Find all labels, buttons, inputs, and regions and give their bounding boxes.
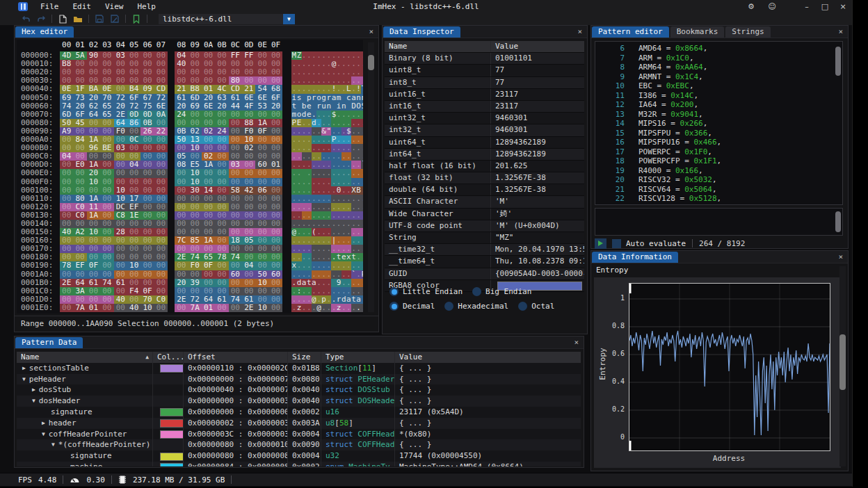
hex-byte[interactable]: 00	[87, 270, 100, 279]
inspector-row[interactable]: Wide Character'婍'	[385, 209, 584, 220]
hex-ascii-char[interactable]: .	[291, 136, 296, 144]
hex-ascii-char[interactable]: .	[346, 186, 351, 195]
hex-byte[interactable]: 20	[87, 169, 100, 177]
hex-ascii-char[interactable]: .	[346, 60, 351, 68]
maximize-button[interactable]: □	[816, 2, 834, 11]
hex-ascii-char[interactable]: .	[337, 68, 341, 76]
hex-ascii-char[interactable]: .	[356, 76, 361, 85]
hex-byte[interactable]: B8	[188, 85, 202, 93]
tree-toggle-icon[interactable]: ▶	[32, 384, 35, 396]
hex-ascii-char[interactable]: .	[316, 220, 321, 228]
hex-byte[interactable]: 00	[188, 270, 202, 279]
hex-ascii-char[interactable]: "	[326, 127, 331, 136]
hex-byte[interactable]: 00	[60, 186, 73, 195]
hex-ascii-char[interactable]: .	[307, 236, 312, 245]
hex-byte[interactable]: 20	[215, 102, 228, 111]
hex-ascii-char[interactable]: b	[302, 102, 307, 111]
hex-ascii-char[interactable]: d	[302, 111, 307, 119]
hex-ascii-char[interactable]: .	[307, 295, 312, 304]
pattern-data-row[interactable]: ▼coffHeaderPointer0x0000003C : 0x0000003…	[17, 429, 581, 440]
sort-ascending-icon[interactable]: ▲	[145, 352, 149, 363]
color-swatch[interactable]	[160, 430, 184, 439]
inspector-row[interactable]: float (32 bit)1.32567E-38	[385, 172, 584, 184]
hex-ascii-char[interactable]: .	[321, 186, 326, 195]
hex-byte[interactable]: 80	[73, 195, 86, 203]
hex-byte[interactable]: 65	[100, 102, 113, 111]
hex-ascii-char[interactable]: .	[331, 119, 336, 127]
hex-ascii-char[interactable]: .	[321, 236, 326, 245]
hex-ascii-char[interactable]: $	[331, 111, 336, 119]
hex-ascii-char[interactable]: .	[312, 253, 316, 261]
hex-ascii-char[interactable]: .	[356, 279, 361, 287]
hex-ascii-char[interactable]: .	[316, 161, 321, 169]
hex-ascii-char[interactable]: `	[351, 270, 356, 279]
hex-byte[interactable]: 00	[215, 169, 228, 177]
hex-ascii-char[interactable]: .	[337, 220, 341, 228]
hex-ascii-char[interactable]: .	[341, 287, 346, 295]
hex-ascii-char[interactable]: n	[326, 102, 331, 111]
hex-byte[interactable]: 00	[100, 270, 113, 279]
hex-ascii-char[interactable]: .	[361, 127, 363, 136]
hex-ascii-char[interactable]: .	[346, 203, 351, 211]
hex-ascii-char[interactable]: t	[307, 279, 312, 287]
hex-byte[interactable]: 20	[202, 94, 215, 102]
hex-ascii-char[interactable]: .	[326, 228, 331, 236]
close-icon[interactable]: ×	[572, 26, 587, 38]
hex-ascii-char[interactable]: .	[326, 68, 331, 76]
hex-ascii-char[interactable]: .	[296, 211, 301, 220]
hex-byte[interactable]: 61	[114, 279, 127, 287]
hex-byte[interactable]: 00	[127, 279, 140, 287]
hex-byte[interactable]: 62	[87, 102, 100, 111]
hex-ascii-char[interactable]: .	[307, 60, 312, 68]
hex-ascii-char[interactable]	[331, 279, 336, 287]
hex-byte[interactable]: 00	[140, 186, 154, 195]
hex-ascii-char[interactable]: .	[326, 261, 331, 270]
hex-ascii-char[interactable]: e	[307, 102, 312, 111]
hex-ascii-char[interactable]: .	[331, 169, 336, 177]
hex-ascii-char[interactable]: .	[307, 245, 312, 253]
hex-byte[interactable]: 69	[188, 102, 202, 111]
hex-byte[interactable]: 21	[175, 85, 188, 93]
hex-ascii-char[interactable]: .	[356, 51, 361, 60]
hex-ascii-char[interactable]: .	[326, 161, 331, 169]
hex-byte[interactable]: 30	[188, 186, 202, 195]
hex-ascii-char[interactable]: .	[341, 60, 346, 68]
hex-ascii-char[interactable]: .	[346, 236, 351, 245]
redo-button[interactable]	[33, 13, 49, 24]
hex-ascii-char[interactable]: .	[316, 178, 321, 186]
hex-ascii-char[interactable]: .	[321, 203, 326, 211]
hex-ascii-char[interactable]: .	[361, 169, 363, 177]
hex-ascii-char[interactable]: .	[291, 85, 296, 93]
hex-byte[interactable]: 00	[60, 195, 73, 203]
hex-ascii-char[interactable]: .	[351, 51, 356, 60]
hex-byte[interactable]: 00	[100, 169, 113, 177]
hex-ascii-char[interactable]: .	[326, 144, 331, 152]
hex-ascii-char[interactable]: .	[351, 245, 356, 253]
hex-ascii-char[interactable]: .	[291, 127, 296, 136]
hex-byte[interactable]: 00	[175, 304, 188, 312]
hex-ascii-char[interactable]: .	[296, 152, 301, 161]
hex-byte[interactable]: 00	[154, 178, 168, 186]
hex-ascii-char[interactable]: .	[321, 195, 326, 203]
hex-ascii-char[interactable]: .	[356, 169, 361, 177]
hex-ascii-char[interactable]: .	[351, 169, 356, 177]
hex-ascii-char[interactable]: .	[331, 304, 336, 312]
hex-byte[interactable]: 14	[202, 186, 215, 195]
hex-ascii-char[interactable]: .	[291, 161, 296, 169]
hex-ascii-char[interactable]: n	[356, 94, 361, 102]
menu-view[interactable]: View	[98, 1, 131, 12]
hex-ascii-char[interactable]: .	[312, 236, 316, 245]
hex-ascii-char[interactable]: .	[312, 51, 316, 60]
hex-ascii-char[interactable]: .	[316, 119, 321, 127]
hex-ascii-char[interactable]: .	[307, 76, 312, 85]
menu-edit[interactable]: Edit	[66, 1, 99, 12]
hex-byte[interactable]: 39	[188, 279, 202, 287]
hex-ascii-char[interactable]: .	[312, 186, 316, 195]
hex-byte[interactable]: 50	[255, 270, 268, 279]
hex-byte[interactable]: 00	[154, 279, 168, 287]
hex-ascii-char[interactable]	[331, 102, 336, 111]
hex-ascii-char[interactable]: .	[351, 228, 356, 236]
hex-ascii-char[interactable]: .	[351, 287, 356, 295]
hex-byte[interactable]: 00	[215, 195, 228, 203]
hex-byte[interactable]: F4	[127, 287, 140, 295]
